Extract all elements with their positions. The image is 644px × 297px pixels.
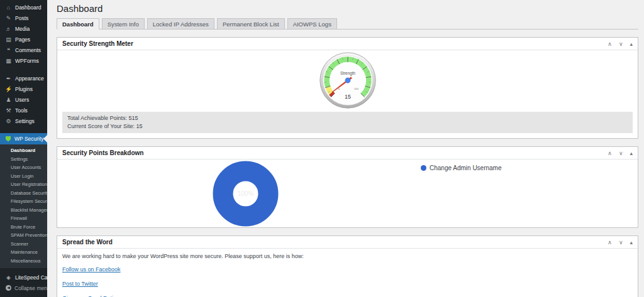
sidebar-subitem-database-security[interactable]: Database Security — [0, 189, 47, 198]
sidebar-item-label: Users — [15, 97, 29, 103]
sidebar-item-label: WPForms — [15, 58, 39, 64]
sidebar-separator — [0, 126, 47, 133]
panel-toggle-icon[interactable]: ▴ — [630, 41, 633, 47]
sidebar-subitem-dashboard[interactable]: Dashboard — [0, 146, 47, 155]
wp-admin-screen: ⌂ Dashboard ✎ Posts ♬ Media ▤ Pages ❝ Co… — [0, 0, 644, 297]
pin-icon: ✎ — [5, 15, 12, 21]
points-breakdown-chart-area: 100% Change Admin Username — [57, 159, 638, 227]
dashboard-icon: ⌂ — [5, 4, 12, 11]
brush-icon: ✒ — [5, 75, 12, 82]
panel-move-up-icon[interactable]: ∧ — [608, 41, 612, 47]
panel-header: Security Strength Meter ∧ ∨ ▴ — [57, 38, 638, 50]
panel-header: Spread the Word ∧ ∨ ▴ — [57, 236, 638, 249]
sidebar-item-label: Posts — [15, 15, 28, 21]
tab-locked-ip-addresses[interactable]: Locked IP Addresses — [147, 18, 214, 30]
spread-intro-text: We are working hard to make your WordPre… — [62, 253, 633, 259]
sidebar-subitem-user-login[interactable]: User Login — [0, 172, 47, 181]
strength-gauge: Strength051515 — [57, 50, 638, 111]
sidebar-separator — [0, 66, 47, 73]
sidebar-subitem-filesystem-security[interactable]: Filesystem Security — [0, 197, 47, 206]
strength-summary: Total Achievable Points: 515 Current Sco… — [62, 112, 633, 133]
tab-system-info[interactable]: System Info — [102, 18, 145, 30]
tab-permanent-block-list[interactable]: Permanent Block List — [217, 18, 285, 30]
sidebar-item-wp-security[interactable]: WP Security — [0, 133, 47, 144]
sidebar-item-label: Comments — [15, 47, 41, 53]
sidebar-item-posts[interactable]: ✎ Posts — [0, 13, 47, 23]
panel-toggle-icon[interactable]: ▴ — [630, 239, 633, 246]
sidebar-item-label: Pages — [15, 36, 30, 43]
svg-text:15: 15 — [345, 94, 351, 100]
panel-move-up-icon[interactable]: ∧ — [608, 150, 612, 156]
sidebar-subitem-settings[interactable]: Settings — [0, 155, 47, 164]
chart-legend: Change Admin Username — [421, 165, 502, 171]
sidebar-subitem-scanner[interactable]: Scanner — [0, 240, 47, 249]
panel-move-down-icon[interactable]: ∨ — [619, 41, 623, 47]
panel-title: Spread the Word — [62, 239, 113, 246]
svg-text:515: 515 — [354, 87, 358, 90]
panel-toggle-icon[interactable]: ▴ — [630, 150, 633, 156]
media-icon: ♬ — [5, 26, 12, 32]
plugin-icon: ⚡ — [5, 86, 12, 92]
sidebar-subitem-blacklist-manager[interactable]: Blacklist Manager — [0, 206, 47, 215]
litespeed-icon: ◈ — [5, 274, 12, 281]
sidebar-item-label: Dashboard — [15, 4, 42, 11]
legend-dot-icon — [421, 165, 426, 171]
shield-icon — [6, 136, 11, 142]
sidebar-item-collapse-menu[interactable]: ◀ Collapse menu — [0, 283, 47, 293]
total-achievable-points: Total Achievable Points: 515 — [67, 114, 628, 122]
wpforms-icon: ▦ — [5, 58, 12, 64]
sidebar-item-litespeed-cache[interactable]: ◈ LiteSpeed Cache — [0, 272, 47, 283]
sidebar-item-label: Collapse menu — [14, 285, 47, 291]
tab-strip: Dashboard System Info Locked IP Addresse… — [57, 18, 638, 30]
panel-move-up-icon[interactable]: ∧ — [608, 239, 612, 246]
twitter-link[interactable]: Post to Twitter — [62, 281, 633, 287]
sidebar-item-appearance[interactable]: ✒ Appearance — [0, 73, 47, 84]
pages-icon: ▤ — [5, 36, 12, 43]
sidebar-item-label: Appearance — [15, 75, 44, 82]
spread-the-word-body: We are working hard to make your WordPre… — [57, 249, 638, 297]
sidebar-item-plugins[interactable]: ⚡ Plugins — [0, 84, 47, 94]
sidebar-item-settings[interactable]: ⚙ Settings — [0, 116, 47, 126]
sidebar-item-comments[interactable]: ❝ Comments — [0, 45, 47, 55]
sidebar-item-label: LiteSpeed Cache — [15, 274, 47, 281]
current-score: Current Score of Your Site: 15 — [67, 122, 628, 131]
panel-move-down-icon[interactable]: ∨ — [619, 150, 623, 156]
sidebar-item-label: Settings — [15, 118, 35, 124]
sidebar-subitem-firewall[interactable]: Firewall — [0, 214, 47, 223]
panel-title: Security Points Breakdown — [62, 149, 143, 156]
sidebar-item-media[interactable]: ♬ Media — [0, 23, 47, 34]
tab-dashboard[interactable]: Dashboard — [57, 18, 99, 30]
sidebar-subitem-brute-force[interactable]: Brute Force — [0, 223, 47, 232]
admin-sidebar: ⌂ Dashboard ✎ Posts ♬ Media ▤ Pages ❝ Co… — [0, 0, 47, 297]
tab-aiowps-logs[interactable]: AIOWPS Logs — [287, 18, 337, 30]
facebook-link[interactable]: Follow us on Facebook — [62, 266, 633, 273]
user-icon: ♟ — [5, 97, 12, 103]
gear-icon: ⚙ — [5, 118, 12, 124]
sidebar-subitem-spam-prevention[interactable]: SPAM Prevention — [0, 231, 47, 240]
security-points-breakdown-panel: Security Points Breakdown ∧ ∨ ▴ 100% Cha… — [57, 146, 638, 228]
sidebar-subitem-maintenance[interactable]: Maintenance — [0, 248, 47, 257]
sidebar-subitem-miscellaneous[interactable]: Miscellaneous — [0, 257, 47, 266]
security-strength-meter-panel: Security Strength Meter ∧ ∨ ▴ Strength05… — [57, 37, 638, 139]
spread-the-word-panel: Spread the Word ∧ ∨ ▴ We are working har… — [57, 235, 638, 297]
sidebar-item-label: Media — [15, 26, 30, 32]
donut-chart: 100% — [213, 161, 279, 227]
sidebar-item-dashboard[interactable]: ⌂ Dashboard — [0, 2, 47, 13]
sidebar-subitem-user-accounts[interactable]: User Accounts — [0, 163, 47, 172]
sidebar-item-wpforms[interactable]: ▦ WPForms — [0, 55, 47, 66]
gauge-chart: Strength051515 — [318, 51, 377, 110]
panel-move-down-icon[interactable]: ∨ — [619, 239, 623, 246]
sidebar-item-users[interactable]: ♟ Users — [0, 94, 47, 105]
tools-icon: ⚒ — [5, 107, 12, 114]
sidebar-item-tools[interactable]: ⚒ Tools — [0, 105, 47, 116]
sidebar-item-label: Tools — [15, 107, 28, 114]
sidebar-subitem-user-registration[interactable]: User Registration — [0, 180, 47, 189]
sidebar-item-pages[interactable]: ▤ Pages — [0, 34, 47, 45]
sidebar-item-label: Plugins — [15, 86, 33, 92]
wp-security-submenu: Dashboard Settings User Accounts User Lo… — [0, 144, 47, 268]
collapse-arrow-icon: ◀ — [6, 285, 11, 291]
comment-bubble-icon: ❝ — [5, 47, 12, 53]
panel-title: Security Strength Meter — [62, 40, 133, 47]
page-title: Dashboard — [57, 3, 638, 14]
legend-label: Change Admin Username — [430, 165, 502, 171]
